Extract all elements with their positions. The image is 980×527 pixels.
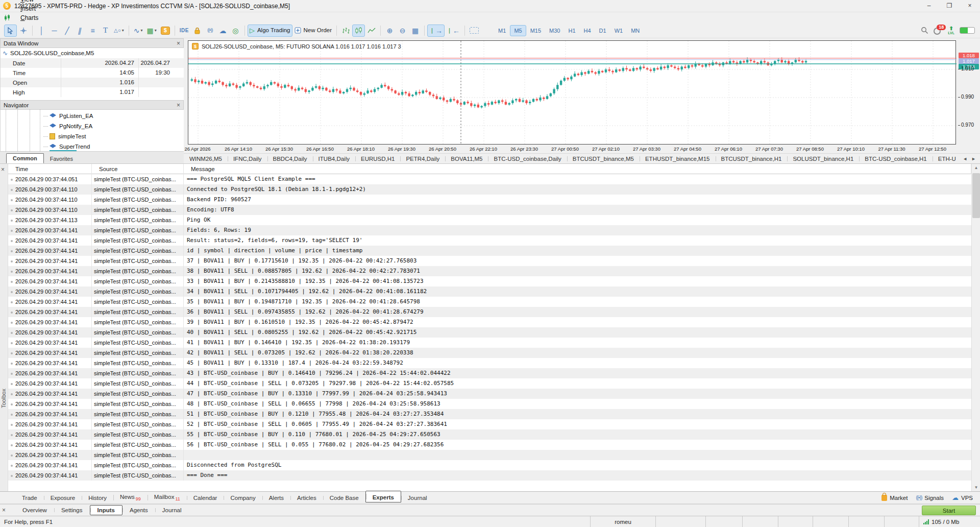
market-button[interactable]: Market: [881, 495, 908, 501]
lock-button[interactable]: [191, 25, 204, 37]
toolbox-tab[interactable]: Mailbox 11: [148, 492, 187, 503]
toolbox-tab[interactable]: Exposure: [44, 493, 82, 502]
agents-panel-tab[interactable]: Inputs: [90, 505, 123, 515]
log-row[interactable]: 2026.04.29 00:37:44.141 simpleTest (BTC-…: [8, 286, 971, 297]
navigator-tab[interactable]: Favorites: [44, 154, 79, 163]
search-icon[interactable]: [921, 27, 928, 34]
log-row[interactable]: 2026.04.29 00:37:44.051 simpleTest (BTC-…: [8, 174, 971, 184]
agents-panel-tab[interactable]: Journal: [155, 506, 189, 515]
log-row[interactable]: 2026.04.29 00:37:44.113 simpleTest (BTC-…: [8, 215, 971, 225]
log-row[interactable]: 2026.04.29 00:37:44.141 simpleTest (BTC-…: [8, 378, 971, 389]
log-row[interactable]: 2026.04.29 00:37:44.141 simpleTest (BTC-…: [8, 338, 971, 348]
channel-button[interactable]: ∥: [72, 25, 87, 37]
log-row[interactable]: 2026.04.29 00:37:44.141 simpleTest (BTC-…: [8, 450, 971, 460]
log-column-message[interactable]: Message: [184, 164, 971, 174]
log-row[interactable]: 2026.04.29 00:37:44.141 simpleTest (BTC-…: [8, 225, 971, 235]
log-row[interactable]: 2026.04.29 00:37:44.141 simpleTest (BTC-…: [8, 460, 971, 470]
indicator-window-button[interactable]: ▦▾: [145, 25, 159, 37]
chart-tab[interactable]: BTC-USD_coinbase,H1: [859, 155, 932, 163]
navigator-item-SuperTrend[interactable]: SuperTrend: [43, 141, 184, 151]
agents-panel-tab[interactable]: Settings: [54, 506, 90, 515]
chart-tab[interactable]: BOVA11,M5: [445, 155, 488, 163]
chart-tab[interactable]: ETH-U: [933, 155, 962, 163]
horizontal-line-button[interactable]: ─: [48, 25, 61, 37]
cloud-button[interactable]: ☁: [216, 25, 229, 37]
chart-autoscroll-end-button[interactable]: 𝍩←: [445, 25, 462, 37]
log-row[interactable]: 2026.04.29 00:37:44.110 simpleTest (BTC-…: [8, 195, 971, 205]
toolbox-tab[interactable]: News 99: [113, 492, 148, 503]
chart-tab[interactable]: SOLUSDT_binance,H1: [787, 155, 859, 163]
toolbox-tab[interactable]: Trade: [15, 493, 44, 502]
toolbox-tab[interactable]: Experts: [365, 491, 401, 502]
agents-panel-tab[interactable]: Overview: [15, 506, 54, 515]
fibonacci-button[interactable]: ≡: [86, 25, 99, 37]
menu-item[interactable]: View: [15, 0, 48, 4]
market-watch-dollar-button[interactable]: $: [159, 25, 172, 37]
timeframe-button[interactable]: H1: [564, 25, 579, 36]
log-row[interactable]: 2026.04.29 00:37:44.141 simpleTest (BTC-…: [8, 470, 971, 481]
chart-canvas[interactable]: [188, 41, 957, 145]
trendline-button[interactable]: ╱: [61, 25, 74, 37]
vertical-line-button[interactable]: │: [35, 25, 48, 37]
chart-tabs-scroll-right-icon[interactable]: ►: [971, 156, 976, 161]
vps-button[interactable]: ☁ VPS: [952, 494, 973, 501]
log-row[interactable]: 2026.04.29 00:37:44.141 simpleTest (BTC-…: [8, 317, 971, 327]
log-row[interactable]: 2026.04.29 00:37:44.110 simpleTest (BTC-…: [8, 184, 971, 195]
log-row[interactable]: 2026.04.29 00:37:44.141 simpleTest (BTC-…: [8, 389, 971, 399]
chart-tab[interactable]: EURUSD,H1: [355, 155, 400, 163]
chart-tab[interactable]: PETR4,Daily: [400, 155, 445, 163]
navigator-item-PgListen_EA[interactable]: PgListen_EA: [43, 111, 184, 121]
indicators-button[interactable]: ∿▾: [132, 25, 145, 37]
log-row[interactable]: 2026.04.29 00:37:44.110 simpleTest (BTC-…: [8, 205, 971, 215]
log-row[interactable]: 2026.04.29 00:37:44.141 simpleTest (BTC-…: [8, 358, 971, 368]
log-row[interactable]: 2026.04.29 00:37:44.141 simpleTest (BTC-…: [8, 307, 971, 317]
scroll-down-icon[interactable]: ▼: [972, 484, 980, 492]
menu-item[interactable]: Charts: [15, 13, 48, 22]
navigator-tab[interactable]: Common: [6, 153, 44, 163]
data-window-close-icon[interactable]: ×: [177, 40, 180, 46]
toolbox-tab[interactable]: Code Base: [323, 493, 365, 502]
toolbox-tab[interactable]: Company: [224, 493, 262, 502]
log-row[interactable]: 2026.04.29 00:37:44.141 simpleTest (BTC-…: [8, 327, 971, 338]
chart-tab[interactable]: IFNC,Daily: [228, 155, 267, 163]
log-row[interactable]: 2026.04.29 00:37:44.141 simpleTest (BTC-…: [8, 235, 971, 246]
log-column-time[interactable]: Time: [8, 164, 92, 174]
chart-tab[interactable]: BBDC4,Daily: [267, 155, 313, 163]
bar-chart-type-button[interactable]: [339, 25, 352, 37]
navigator-item-PgNotify_EA[interactable]: PgNotify_EA: [43, 121, 184, 131]
toolbox-tab[interactable]: Journal: [401, 493, 434, 502]
connection-status-indicator[interactable]: [960, 27, 975, 34]
navigator-close-icon[interactable]: ×: [177, 102, 180, 108]
log-row[interactable]: 2026.04.29 00:37:44.141 simpleTest (BTC-…: [8, 440, 971, 450]
text-button[interactable]: T: [99, 25, 112, 37]
timeframe-button[interactable]: M15: [526, 25, 545, 36]
log-scrollbar[interactable]: ▲ ▼: [971, 164, 980, 492]
minimize-button[interactable]: –: [919, 0, 939, 12]
notifications-icon[interactable]: 18: [934, 26, 943, 35]
log-row[interactable]: 2026.04.29 00:37:44.141 simpleTest (BTC-…: [8, 256, 971, 266]
chart-tabs-scroll-left-icon[interactable]: ◄: [963, 156, 967, 161]
cursor-button[interactable]: [4, 25, 17, 37]
signals-button[interactable]: ((•)) Signals: [916, 495, 944, 501]
candlestick-chart-type-button[interactable]: [352, 25, 365, 37]
tile-windows-button[interactable]: ▦: [409, 25, 422, 37]
timeframe-button[interactable]: D1: [595, 25, 610, 36]
chart-tab[interactable]: ITUB4,Daily: [313, 155, 355, 163]
algo-trading-button[interactable]: ▷Algo Trading: [248, 25, 292, 37]
scrollbar-thumb[interactable]: [972, 173, 980, 218]
timeframe-button[interactable]: MN: [627, 25, 644, 36]
time-scale[interactable]: 26 Apr 202626 Apr 14:1026 Apr 15:3026 Ap…: [188, 146, 956, 153]
log-row[interactable]: 2026.04.29 00:37:44.141 simpleTest (BTC-…: [8, 419, 971, 429]
agents-panel-close-icon[interactable]: ×: [2, 507, 6, 514]
zoom-out-button[interactable]: ⊖: [396, 25, 409, 37]
log-row[interactable]: 2026.04.29 00:37:44.141 simpleTest (BTC-…: [8, 399, 971, 409]
mql5-community-button[interactable]: ◎: [229, 25, 242, 37]
agents-panel-tab[interactable]: Agents: [122, 506, 155, 515]
log-row[interactable]: 2026.04.29 00:37:44.141 simpleTest (BTC-…: [8, 348, 971, 358]
maximize-button[interactable]: ❐: [939, 0, 960, 12]
navigator-item-simpleTest[interactable]: simpleTest: [43, 131, 184, 141]
timeframe-button[interactable]: H4: [580, 25, 595, 36]
start-button[interactable]: Start: [922, 506, 976, 515]
chart-tab[interactable]: BTCUSDT_binance,M5: [567, 155, 640, 163]
toolbox-close-icon[interactable]: ×: [1, 166, 5, 173]
